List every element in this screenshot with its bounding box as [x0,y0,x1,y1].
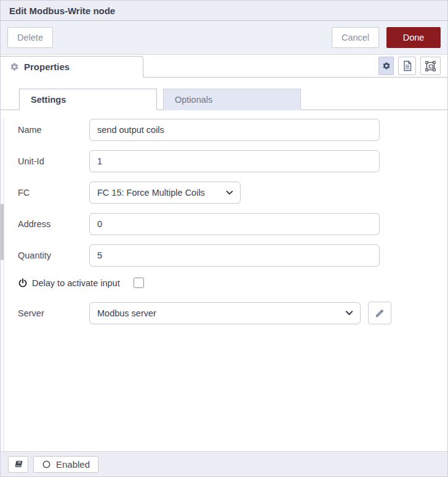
library-button[interactable] [8,456,28,473]
quantity-input[interactable] [89,244,380,267]
delay-label: Delay to activate input [32,278,120,288]
tab-optionals[interactable]: Optionals [163,89,301,110]
fc-row: FC FC 15: Force Multiple Coils [18,182,447,204]
delay-row: Delay to activate input [18,278,447,288]
description-button[interactable] [398,57,416,75]
chevron-down-icon [345,308,354,318]
unit-id-label: Unit-Id [18,156,89,166]
gear-icon [382,62,391,70]
server-label: Server [18,308,89,318]
tab-settings-label: Settings [31,95,66,105]
address-input[interactable] [89,213,380,235]
delete-button[interactable]: Delete [7,27,53,48]
quantity-label: Quantity [18,251,89,260]
object-group-icon [425,60,436,72]
name-row: Name [18,119,447,141]
editor-icon-buttons [378,57,447,75]
fc-select-value: FC 15: Force Multiple Coils [97,188,205,198]
dialog-toolbar: Delete Cancel Done [1,21,447,55]
server-select-value: Modbus server [97,308,156,318]
tab-properties[interactable]: Properties [1,56,143,78]
edit-server-button[interactable] [368,302,391,324]
tab-settings[interactable]: Settings [19,89,157,110]
name-label: Name [18,125,89,135]
pencil-icon [375,308,385,318]
settings-form: Name Unit-Id FC FC 15: Force Multiple Co… [1,110,447,324]
done-button[interactable]: Done [386,27,441,48]
dialog-title: Edit Modbus-Write node [9,6,115,16]
document-icon [402,60,412,71]
address-row: Address [18,213,447,235]
editor-tab-row: Properties [1,55,447,78]
edit-node-dialog: Edit Modbus-Write node Delete Cancel Don… [0,0,448,477]
name-input[interactable] [89,119,380,141]
book-icon [14,460,23,469]
tab-optionals-label: Optionals [175,95,212,105]
enabled-toggle-button[interactable]: Enabled [33,456,98,473]
power-icon [18,278,28,288]
dialog-footer: Enabled [1,451,447,476]
cancel-button[interactable]: Cancel [332,27,379,48]
form-scrollbar[interactable] [1,118,4,451]
unit-id-row: Unit-Id [18,150,447,172]
server-select[interactable]: Modbus server [89,302,361,324]
unit-id-input[interactable] [89,150,380,172]
server-row: Server Modbus server [18,302,447,324]
fc-select[interactable]: FC 15: Force Multiple Coils [89,182,241,204]
dialog-header: Edit Modbus-Write node [1,1,447,21]
appearance-button[interactable] [420,57,441,75]
circle-icon [42,460,51,469]
chevron-down-icon [225,188,234,197]
node-settings-button[interactable] [378,57,394,75]
gear-icon [10,62,19,71]
settings-tab-bar: Settings Optionals [1,89,447,110]
delay-checkbox[interactable] [134,278,144,288]
quantity-row: Quantity [18,244,447,267]
tab-properties-label: Properties [24,62,70,72]
fc-label: FC [18,188,89,198]
scrollbar-thumb[interactable] [1,204,4,260]
address-label: Address [18,219,89,229]
enabled-label: Enabled [56,459,90,470]
edit-form-panel: Settings Optionals Name Unit-Id FC FC 15… [1,78,447,451]
